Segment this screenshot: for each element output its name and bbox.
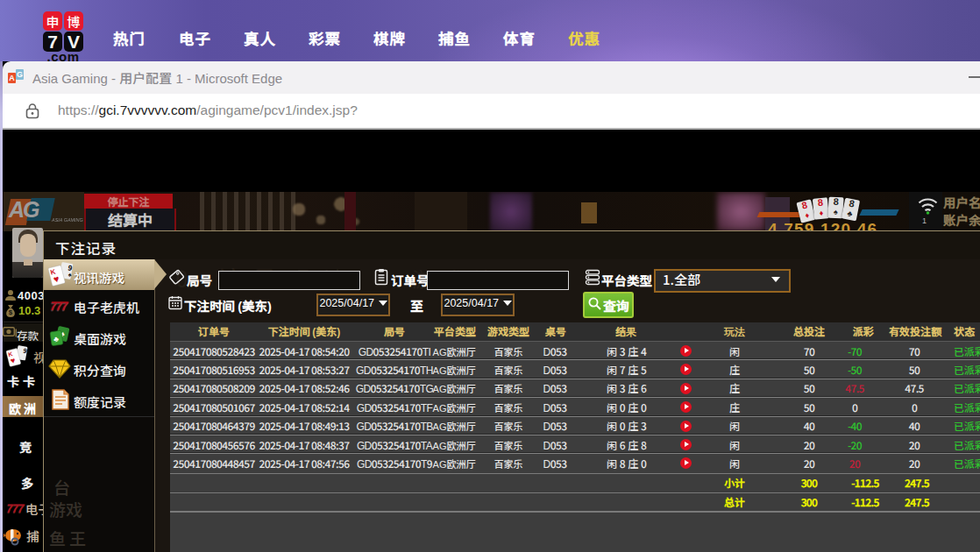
svg-text:$: $ — [9, 307, 13, 316]
svg-text:♠: ♠ — [67, 270, 73, 280]
svg-text:9: 9 — [23, 346, 28, 356]
